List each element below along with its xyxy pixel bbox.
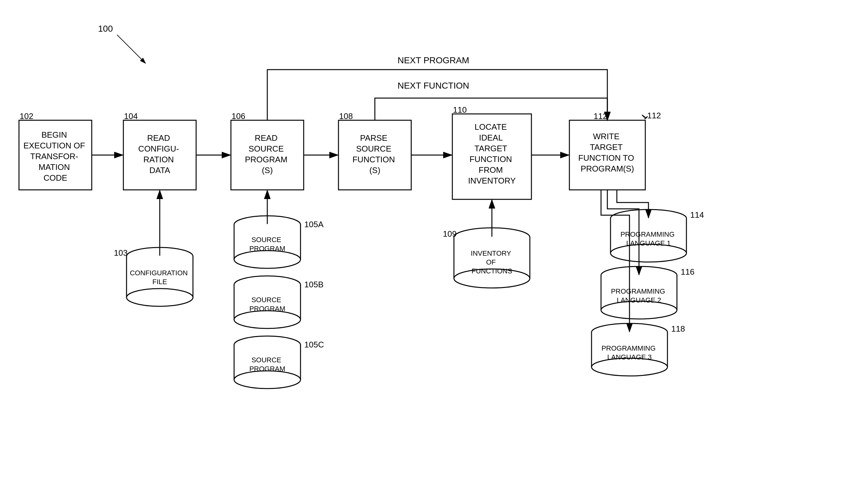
ref-105a: 105A	[304, 220, 324, 229]
ref-118: 118	[671, 324, 685, 334]
ref-110: 110	[453, 105, 467, 114]
ref-112: 112	[594, 111, 607, 121]
next-program-loop	[267, 70, 607, 120]
db-srcb-bottom	[234, 311, 301, 328]
ref-116: 116	[681, 267, 694, 277]
ref-105b: 105B	[304, 280, 324, 289]
ref-106: 106	[231, 111, 245, 121]
db-srca-bottom	[234, 251, 301, 268]
ref-102: 102	[20, 111, 33, 121]
next-function-label: NEXT FUNCTION	[398, 81, 469, 90]
diagram-container: 100 BEGIN EXECUTION OF TRANSFOR- MATION …	[0, 0, 868, 493]
db-config-bottom	[127, 288, 193, 306]
ref-104: 104	[124, 111, 138, 121]
ref-112-label: 112	[647, 111, 661, 120]
ref-105c: 105C	[304, 340, 324, 349]
ref-103: 103	[114, 248, 128, 258]
ref-109: 109	[443, 229, 457, 239]
db-srcc-bottom	[234, 371, 301, 389]
ref-114: 114	[690, 210, 704, 220]
ref-100: 100	[98, 24, 113, 34]
ref-108: 108	[339, 111, 353, 121]
next-program-label: NEXT PROGRAM	[398, 56, 469, 65]
